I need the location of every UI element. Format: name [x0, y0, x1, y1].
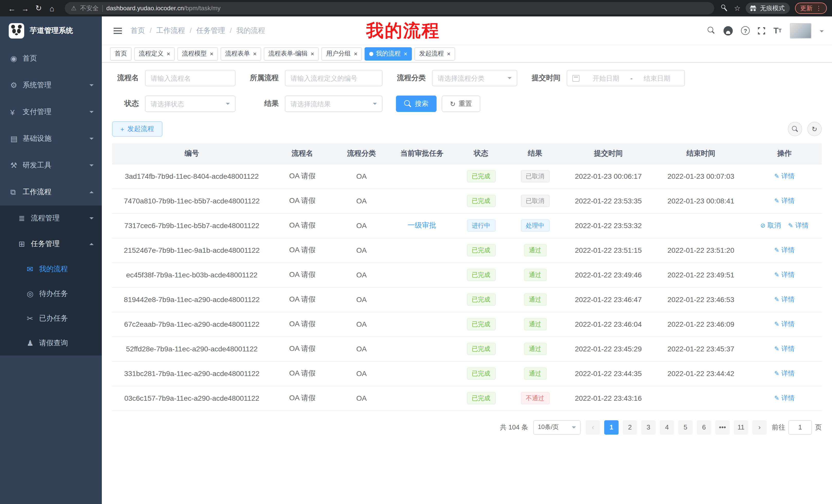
reset-button[interactable]: ↻重置	[442, 95, 480, 112]
submit-time-filter: 提交时间 -	[531, 70, 685, 86]
cancel-button[interactable]: ⊘取消	[760, 221, 781, 230]
close-icon[interactable]: ×	[447, 51, 450, 57]
result-select-input[interactable]	[290, 100, 373, 108]
sidebar-item-my-process[interactable]: ✉我的流程	[0, 257, 102, 282]
id-cell: 7317cec6-7b9b-11ec-b5b7-acde48001122	[112, 213, 271, 238]
tab-item[interactable]: 流程表单×	[220, 47, 261, 60]
detail-button[interactable]: ✎详情	[774, 295, 795, 304]
sidebar-item-todo-task[interactable]: ◎待办任务	[0, 282, 102, 306]
prev-page-button[interactable]: ‹	[586, 420, 600, 435]
detail-button[interactable]: ✎详情	[774, 394, 795, 403]
security-label[interactable]: 不安全	[80, 4, 99, 12]
breadcrumb-home[interactable]: 首页	[131, 26, 156, 35]
sidebar-item-home[interactable]: ◉首页	[0, 45, 102, 72]
help-icon[interactable]: ?	[741, 26, 750, 35]
task-link[interactable]: 一级审批	[408, 221, 436, 229]
address-bar[interactable]: ⚠ 不安全 dashboard.yudao.iocoder.cn/bpm/tas…	[65, 2, 714, 15]
sidebar-item-workflow[interactable]: ⧉工作流程	[0, 179, 102, 205]
close-icon[interactable]: ×	[404, 51, 407, 57]
fullscreen-icon[interactable]	[758, 27, 765, 34]
next-page-button[interactable]: ›	[752, 420, 767, 435]
close-icon[interactable]: ×	[253, 51, 257, 57]
tab-item[interactable]: 流程模型×	[177, 47, 218, 60]
result-filter: 结果	[249, 95, 383, 112]
browser-menu-icon[interactable]: ⋮	[815, 5, 822, 12]
actions-cell: ✎详情	[747, 386, 822, 411]
search-icon[interactable]	[707, 27, 715, 34]
name-cell: OA 请假	[271, 262, 333, 287]
date-range-picker[interactable]: -	[567, 70, 685, 86]
tab-item[interactable]: 流程定义×	[134, 47, 175, 60]
sidebar-item-payment[interactable]: ¥支付管理	[0, 99, 102, 125]
process-category-select-input[interactable]	[438, 74, 508, 82]
actions-cell: ✎详情	[747, 287, 822, 312]
status-select-input[interactable]	[151, 100, 226, 108]
back-icon[interactable]: ←	[5, 2, 19, 15]
sidebar-toggle-icon[interactable]	[110, 23, 126, 38]
sidebar-item-leave-query[interactable]: ♟请假查询	[0, 331, 102, 356]
tab-item[interactable]: 流程表单-编辑×	[264, 47, 319, 60]
status-select[interactable]	[145, 95, 235, 112]
action-label: 取消	[768, 221, 781, 230]
page-button[interactable]: 5	[678, 420, 693, 435]
update-button[interactable]: 更新 ⋮	[795, 3, 827, 14]
submit-time-cell: 2022-01-22 23:44:35	[562, 361, 655, 386]
result-select[interactable]	[285, 95, 383, 112]
github-icon[interactable]	[724, 26, 733, 35]
tab-item[interactable]: 发起流程×	[414, 47, 455, 60]
detail-button[interactable]: ✎详情	[774, 369, 795, 378]
home-icon[interactable]: ⌂	[45, 2, 59, 15]
detail-button[interactable]: ✎详情	[774, 319, 795, 329]
close-icon[interactable]: ×	[166, 51, 170, 57]
page-button[interactable]: 4	[660, 420, 674, 435]
close-icon[interactable]: ×	[311, 51, 314, 57]
breadcrumb-workflow[interactable]: 工作流程	[156, 26, 197, 35]
tab-item[interactable]: 首页	[110, 47, 132, 60]
close-icon[interactable]: ×	[354, 51, 357, 57]
create-process-button[interactable]: +发起流程	[112, 121, 162, 137]
refresh-table-button[interactable]: ↻	[807, 122, 822, 136]
page-button[interactable]: 11	[734, 420, 748, 435]
more-pages-button[interactable]: •••	[715, 420, 730, 435]
detail-button[interactable]: ✎详情	[774, 344, 795, 354]
sidebar-item-done-task[interactable]: ✂已办任务	[0, 306, 102, 331]
page-button[interactable]: 1	[604, 420, 619, 435]
show-search-button[interactable]	[788, 122, 802, 136]
detail-button[interactable]: ✎详情	[788, 221, 809, 230]
tab-item[interactable]: 用户分组×	[321, 47, 362, 60]
process-name-input[interactable]	[151, 74, 230, 82]
action-label: 详情	[781, 295, 795, 304]
reload-icon[interactable]: ↻	[32, 2, 45, 15]
sidebar-item-infra[interactable]: ▤基础设施	[0, 125, 102, 152]
sidebar-item-task-mgmt[interactable]: ⊞任务管理	[0, 231, 102, 257]
chevron-down-icon[interactable]	[820, 30, 824, 34]
tab-item[interactable]: 我的流程×	[365, 47, 412, 60]
page-button[interactable]: 3	[641, 420, 656, 435]
avatar[interactable]	[790, 23, 811, 38]
detail-button[interactable]: ✎详情	[774, 172, 795, 181]
forward-icon[interactable]: →	[19, 2, 32, 15]
detail-button[interactable]: ✎详情	[774, 246, 795, 255]
password-key-icon[interactable]	[719, 2, 730, 14]
page-button[interactable]: 2	[623, 420, 637, 435]
bookmark-star-icon[interactable]: ☆	[734, 4, 740, 12]
sidebar-item-system[interactable]: ⚙系统管理	[0, 72, 102, 99]
process-owner-input[interactable]	[290, 74, 377, 82]
end-date-input[interactable]	[634, 74, 679, 82]
start-date-input[interactable]	[583, 74, 628, 82]
page-jump-input[interactable]	[788, 420, 812, 435]
process-category-select[interactable]	[432, 70, 517, 86]
detail-button[interactable]: ✎详情	[774, 270, 795, 279]
page-button[interactable]: 6	[697, 420, 711, 435]
font-size-icon[interactable]: TT	[773, 26, 782, 35]
page-size-select[interactable]: 10条/页	[533, 420, 580, 435]
process-name-filter: 流程名	[112, 70, 235, 86]
search-button[interactable]: 搜索	[396, 95, 437, 112]
url-path: /bpm/task/my	[184, 5, 220, 12]
close-icon[interactable]: ×	[210, 51, 213, 57]
sidebar-item-process-mgmt[interactable]: ≣流程管理	[0, 205, 102, 231]
sidebar-item-devtools[interactable]: ⚒研发工具	[0, 152, 102, 179]
detail-button[interactable]: ✎详情	[774, 196, 795, 205]
category-cell: OA	[333, 337, 390, 361]
breadcrumb-task-management[interactable]: 任务管理	[197, 26, 237, 35]
